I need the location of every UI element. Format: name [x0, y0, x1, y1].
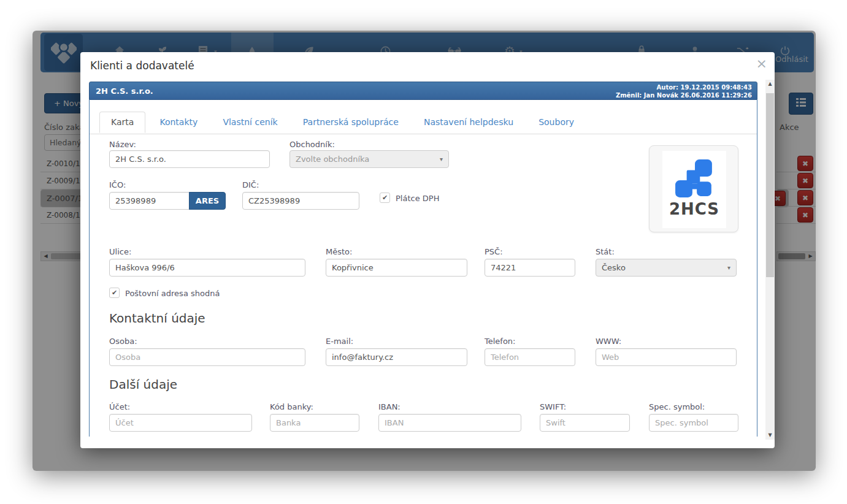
email-field[interactable]: [326, 348, 467, 366]
author-line: Autor: 19.12.2015 09:48:43: [616, 83, 752, 91]
close-icon[interactable]: ×: [756, 56, 767, 71]
stat-select[interactable]: Česko ▾: [596, 259, 737, 277]
psc-field[interactable]: [485, 259, 575, 277]
mesto-field[interactable]: [326, 259, 467, 277]
spec-symbol-field[interactable]: [649, 414, 738, 432]
ulice-label: Ulice:: [109, 247, 131, 256]
ucet-label: Účet:: [109, 402, 130, 411]
stat-label: Stát:: [596, 247, 615, 256]
postovni-adresa-checkbox[interactable]: ✔: [109, 288, 120, 298]
osoba-field[interactable]: [109, 348, 305, 366]
kod-banky-field[interactable]: [270, 414, 359, 432]
iban-label: IBAN:: [378, 402, 401, 411]
tab-soubory[interactable]: Soubory: [527, 112, 585, 132]
tab-strip: Karta Kontakty Vlastní ceník Partnerská …: [90, 112, 757, 134]
client-name: 2H C.S. s.r.o.: [96, 82, 153, 100]
tab-vlastni-cenik[interactable]: Vlastní ceník: [212, 112, 288, 132]
scroll-up-icon[interactable]: ▲: [765, 80, 775, 88]
ares-button[interactable]: ARES: [189, 192, 226, 210]
modal-scrollbar-thumb[interactable]: [766, 93, 774, 277]
ico-field[interactable]: [109, 192, 190, 210]
dic-field[interactable]: [242, 192, 359, 210]
ico-label: IČO:: [109, 180, 126, 189]
logo-text: 2HCS: [662, 201, 726, 217]
client-logo-box: 2HCS: [649, 145, 738, 232]
scroll-down-icon[interactable]: ▼: [765, 431, 775, 440]
swift-label: SWIFT:: [540, 402, 566, 411]
check-icon: ✔: [382, 194, 388, 202]
modal-scrollbar[interactable]: ▲ ▼: [765, 80, 775, 440]
modal-title: Klienti a dodavatelé: [90, 52, 194, 78]
ucet-field[interactable]: [109, 414, 252, 432]
tab-karta[interactable]: Karta: [99, 112, 145, 133]
tab-nastaveni-helpdesku[interactable]: Nastavení helpdesku: [413, 112, 524, 132]
chevron-down-icon: ▾: [440, 151, 443, 167]
client-meta: Autor: 19.12.2015 09:48:43 Změnil: Jan N…: [616, 83, 752, 99]
www-field[interactable]: [596, 348, 737, 366]
postovni-adresa-label: Poštovní adresa shodná: [125, 289, 220, 298]
check-icon: ✔: [112, 289, 117, 297]
nazev-label: Název:: [109, 140, 136, 149]
nazev-field[interactable]: [109, 150, 270, 168]
osoba-label: Osoba:: [109, 337, 137, 346]
mesto-label: Město:: [326, 247, 352, 256]
client-card-panel: Karta Kontakty Vlastní ceník Partnerská …: [89, 100, 757, 437]
clients-modal: Klienti a dodavatelé × 2H C.S. s.r.o. Au…: [80, 52, 775, 448]
telefon-field[interactable]: [485, 348, 575, 366]
dalsi-udaje-heading: Další údaje: [109, 377, 177, 392]
telefon-label: Telefon:: [485, 337, 516, 346]
changed-line: Změnil: Jan Novák 26.06.2016 11:29:26: [616, 91, 752, 99]
platce-dph-label: Plátce DPH: [396, 194, 439, 203]
obchodnik-label: Obchodník:: [289, 140, 335, 149]
platce-dph-checkbox[interactable]: ✔: [380, 193, 390, 203]
swift-field[interactable]: [540, 414, 630, 432]
client-logo: 2HCS: [662, 151, 726, 228]
kontaktni-udaje-heading: Kontaktní údaje: [109, 311, 205, 326]
logo-squares-icon: [674, 158, 715, 199]
client-header-bar: 2H C.S. s.r.o. Autor: 19.12.2015 09:48:4…: [89, 82, 757, 100]
spec-symbol-label: Spec. symbol:: [649, 402, 705, 411]
psc-label: PSČ:: [485, 247, 503, 256]
chevron-down-icon: ▾: [727, 259, 730, 276]
dic-label: DIČ:: [242, 180, 259, 189]
ulice-field[interactable]: [109, 259, 305, 277]
www-label: WWW:: [596, 337, 621, 346]
tab-partnerska-spoluprace[interactable]: Partnerská spolupráce: [292, 112, 410, 132]
iban-field[interactable]: [378, 414, 521, 432]
email-label: E-mail:: [326, 337, 353, 346]
kod-banky-label: Kód banky:: [270, 402, 313, 411]
obchodnik-select[interactable]: Zvolte obchodníka ▾: [289, 150, 449, 168]
tab-kontakty[interactable]: Kontakty: [148, 112, 209, 132]
